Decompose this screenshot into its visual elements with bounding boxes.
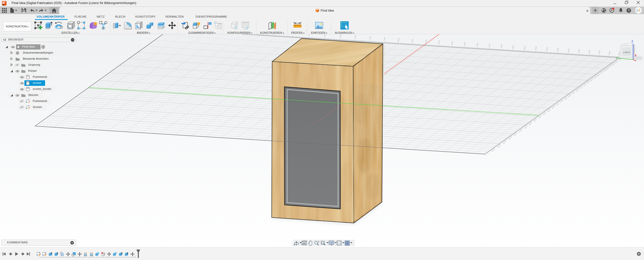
svg-text:LINKS: LINKS	[623, 51, 630, 54]
svg-text:Z: Z	[631, 40, 633, 43]
svg-text:X: X	[635, 54, 637, 57]
svg-text:?: ?	[628, 9, 630, 12]
svg-text:Y: Y	[616, 56, 618, 59]
